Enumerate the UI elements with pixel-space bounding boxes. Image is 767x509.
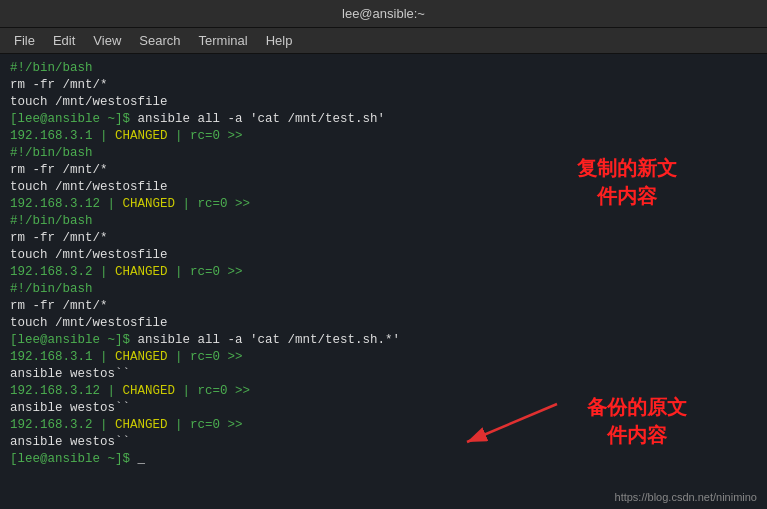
terminal: #!/bin/bash rm -fr /mnt/* touch /mnt/wes…: [0, 54, 767, 509]
line-17: [lee@ansible ~]$ ansible all -a 'cat /mn…: [10, 332, 757, 349]
line-24: [lee@ansible ~]$ _: [10, 451, 757, 468]
arrow-backup-icon: [447, 394, 567, 454]
line-14: #!/bin/bash: [10, 281, 757, 298]
url-label: https://blog.csdn.net/ninimino: [615, 491, 757, 503]
annotation-new-content: 复制的新文件内容: [577, 154, 677, 210]
line-15: rm -fr /mnt/*: [10, 298, 757, 315]
line-10: #!/bin/bash: [10, 213, 757, 230]
line-11: rm -fr /mnt/*: [10, 230, 757, 247]
line-12: touch /mnt/westosfile: [10, 247, 757, 264]
svg-line-1: [467, 404, 557, 442]
menubar: File Edit View Search Terminal Help: [0, 28, 767, 54]
line-2: rm -fr /mnt/*: [10, 77, 757, 94]
menu-view[interactable]: View: [85, 31, 129, 50]
line-3: touch /mnt/westosfile: [10, 94, 757, 111]
menu-edit[interactable]: Edit: [45, 31, 83, 50]
line-5: 192.168.3.1 | CHANGED | rc=0 >>: [10, 128, 757, 145]
line-19: ansible westos``: [10, 366, 757, 383]
line-4: [lee@ansible ~]$ ansible all -a 'cat /mn…: [10, 111, 757, 128]
line-16: touch /mnt/westosfile: [10, 315, 757, 332]
titlebar: lee@ansible:~: [0, 0, 767, 28]
menu-file[interactable]: File: [6, 31, 43, 50]
menu-terminal[interactable]: Terminal: [191, 31, 256, 50]
line-18: 192.168.3.1 | CHANGED | rc=0 >>: [10, 349, 757, 366]
menu-help[interactable]: Help: [258, 31, 301, 50]
title-text: lee@ansible:~: [342, 6, 425, 21]
line-13: 192.168.3.2 | CHANGED | rc=0 >>: [10, 264, 757, 281]
menu-search[interactable]: Search: [131, 31, 188, 50]
annotation-backup-content: 备份的原文件内容: [587, 393, 687, 449]
line-1: #!/bin/bash: [10, 60, 757, 77]
